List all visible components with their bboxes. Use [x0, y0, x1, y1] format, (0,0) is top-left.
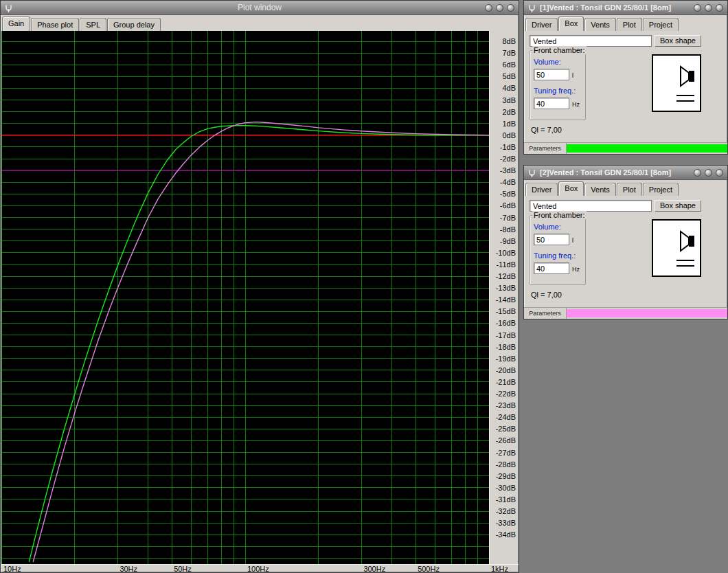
front-chamber-legend: Front chamber: — [532, 211, 587, 219]
tab-vents[interactable]: Vents — [584, 18, 616, 31]
minimize-button[interactable] — [694, 169, 701, 177]
parameters-strip: Parameters — [524, 307, 727, 319]
tab-box[interactable]: Box — [558, 181, 584, 196]
y-tick-label: -34dB — [496, 530, 516, 539]
y-axis-labels: 8dB7dB6dB5dB4dB3dB2dB1dB0dB-1dB-2dB-3dB-… — [489, 31, 519, 564]
y-tick-label: 2dB — [502, 107, 516, 117]
minimize-button[interactable] — [485, 4, 492, 12]
maximize-button[interactable] — [705, 4, 712, 12]
tuning-freq-unit: Hz — [572, 266, 580, 273]
y-tick-label: -15dB — [496, 306, 516, 316]
box-type-field[interactable]: Vented — [530, 35, 652, 47]
box-tab-page: Vented Box shape Front chamber: Volume: … — [524, 31, 727, 142]
volume-input[interactable] — [534, 234, 569, 245]
box-shape-button[interactable]: Box shape — [655, 200, 701, 212]
close-button[interactable] — [507, 4, 514, 12]
tuning-freq-label: Tuning freq.: — [534, 251, 576, 260]
y-tick-label: -10dB — [496, 248, 516, 258]
y-tick-label: -21dB — [496, 377, 516, 387]
maximize-button[interactable] — [496, 4, 503, 12]
y-tick-label: 4dB — [502, 83, 516, 93]
y-tick-label: -7dB — [500, 213, 516, 223]
driver-window-1-tab-bar: Driver Box Vents Plot Project — [524, 15, 727, 31]
tuning-freq-input[interactable] — [534, 98, 569, 109]
x-tick-label: 500Hz — [418, 565, 440, 573]
driver-window-2-titlebar[interactable]: [2]Vented : Tonsil GDN 25/80/1 [8om] — [524, 166, 727, 180]
parameters-tab[interactable]: Parameters — [524, 143, 567, 154]
y-tick-label: -14dB — [496, 295, 516, 304]
y-tick-label: -8dB — [500, 225, 516, 234]
tab-vents[interactable]: Vents — [584, 183, 616, 196]
parameters-tab[interactable]: Parameters — [524, 308, 567, 319]
speaker-magnet-icon — [689, 71, 694, 82]
tab-driver[interactable]: Driver — [525, 18, 558, 31]
y-tick-label: -33dB — [496, 518, 516, 528]
y-tick-label: -24dB — [496, 412, 516, 422]
tab-phase-plot[interactable]: Phase plot — [31, 18, 79, 31]
speaker-cone-icon — [681, 232, 689, 251]
y-tick-label: -26dB — [496, 436, 516, 445]
y-tick-label: -4dB — [500, 177, 516, 187]
y-tick-label: -20dB — [496, 366, 516, 375]
close-button[interactable] — [716, 4, 723, 12]
maximize-button[interactable] — [705, 169, 712, 177]
tab-gain[interactable]: Gain — [2, 16, 30, 31]
tab-box[interactable]: Box — [558, 16, 584, 31]
box-shape-preview — [652, 54, 701, 112]
volume-input[interactable] — [534, 69, 569, 80]
gain-plot-canvas[interactable] — [1, 31, 489, 564]
front-chamber-group: Front chamber: Volume: l Tuning freq.: H… — [530, 215, 586, 285]
y-tick-label: 3dB — [502, 95, 516, 105]
y-tick-label: -2dB — [500, 154, 516, 164]
tuning-freq-input[interactable] — [534, 262, 569, 274]
box-shape-button[interactable]: Box shape — [655, 35, 701, 47]
y-tick-label: -25dB — [496, 424, 516, 434]
tab-project[interactable]: Project — [643, 18, 679, 31]
window-buttons — [694, 4, 723, 12]
driver-window-1-titlebar[interactable]: [1]Vented : Tonsil GDN 25/80/1 [8om] — [524, 1, 727, 15]
y-tick-label: -17dB — [496, 330, 516, 340]
y-tick-label: -1dB — [500, 142, 516, 152]
y-tick-label: -12dB — [496, 271, 516, 281]
box-tab-page: Vented Box shape Front chamber: Volume: … — [524, 196, 727, 307]
volume-label: Volume: — [534, 223, 561, 231]
y-tick-label: -13dB — [496, 283, 516, 293]
tab-plot[interactable]: Plot — [617, 18, 642, 31]
tab-driver[interactable]: Driver — [525, 183, 558, 196]
driver-window-1: [1]Vented : Tonsil GDN 25/80/1 [8om] Dri… — [523, 0, 728, 155]
minimize-button[interactable] — [694, 4, 701, 12]
y-tick-label: -9dB — [500, 236, 516, 246]
plot-tab-bar: Gain Phase plot SPL Group delay — [1, 15, 519, 31]
y-tick-label: 7dB — [502, 48, 516, 58]
x-tick-label: 300Hz — [363, 565, 385, 573]
y-tick-label: -3dB — [500, 166, 516, 175]
volume-unit: l — [572, 72, 573, 79]
driver-window-1-title: [1]Vented : Tonsil GDN 25/80/1 [8om] — [540, 3, 694, 12]
tab-group-delay[interactable]: Group delay — [107, 18, 161, 31]
box-type-field[interactable]: Vented — [530, 200, 652, 212]
app-icon — [527, 168, 536, 177]
plot-window-title: Plot window — [1, 3, 519, 12]
y-tick-label: -6dB — [500, 201, 516, 210]
tab-plot[interactable]: Plot — [617, 183, 642, 196]
y-tick-label: -19dB — [496, 354, 516, 363]
tab-project[interactable]: Project — [643, 183, 679, 196]
x-axis-labels: 10Hz30Hz50Hz100Hz300Hz500Hz1kHz — [1, 564, 519, 573]
series-color-bar — [567, 309, 727, 317]
x-tick-label: 50Hz — [174, 565, 192, 573]
window-buttons — [694, 169, 723, 177]
speaker-cone-icon — [681, 67, 689, 86]
close-button[interactable] — [716, 169, 723, 177]
volume-unit: l — [572, 237, 573, 244]
series-color-bar — [567, 144, 727, 153]
tab-spl[interactable]: SPL — [80, 18, 106, 31]
y-tick-label: -30dB — [496, 483, 516, 493]
x-tick-label: 1kHz — [491, 565, 508, 573]
y-tick-label: -18dB — [496, 342, 516, 352]
front-chamber-group: Front chamber: Volume: l Tuning freq.: H… — [530, 50, 586, 120]
y-tick-label: 8dB — [502, 36, 516, 46]
front-chamber-legend: Front chamber: — [532, 46, 587, 54]
plot-window-titlebar[interactable]: Plot window — [1, 1, 519, 15]
volume-label: Volume: — [534, 58, 561, 66]
y-tick-label: 6dB — [502, 60, 516, 69]
